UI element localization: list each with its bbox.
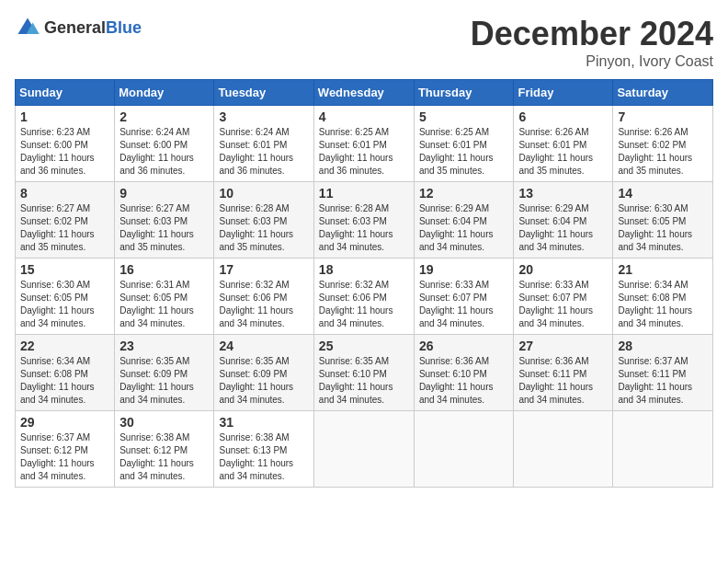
calendar-day-cell: 28 Sunrise: 6:37 AM Sunset: 6:11 PM Dayl… (613, 335, 713, 411)
day-number: 29 (20, 415, 109, 430)
calendar-day-cell: 16 Sunrise: 6:31 AM Sunset: 6:05 PM Dayl… (115, 259, 214, 335)
day-info: Sunrise: 6:38 AM Sunset: 6:13 PM Dayligh… (219, 431, 308, 483)
day-info: Sunrise: 6:32 AM Sunset: 6:06 PM Dayligh… (219, 279, 308, 330)
day-info: Sunrise: 6:35 AM Sunset: 6:09 PM Dayligh… (219, 355, 308, 407)
calendar-day-cell: 6 Sunrise: 6:26 AM Sunset: 6:01 PM Dayli… (514, 106, 613, 182)
calendar-day-cell: 3 Sunrise: 6:24 AM Sunset: 6:01 PM Dayli… (214, 106, 313, 182)
calendar-header-friday: Friday (514, 80, 613, 106)
calendar-week-row: 1 Sunrise: 6:23 AM Sunset: 6:00 PM Dayli… (16, 106, 713, 182)
calendar-day-cell: 29 Sunrise: 6:37 AM Sunset: 6:12 PM Dayl… (16, 411, 115, 488)
day-number: 6 (518, 109, 608, 124)
day-number: 18 (319, 262, 409, 277)
day-info: Sunrise: 6:36 AM Sunset: 6:10 PM Dayligh… (419, 355, 509, 407)
calendar-header-row: SundayMondayTuesdayWednesdayThursdayFrid… (16, 80, 713, 106)
day-number: 26 (419, 339, 509, 353)
day-info: Sunrise: 6:25 AM Sunset: 6:01 PM Dayligh… (419, 126, 509, 178)
day-number: 15 (20, 262, 109, 277)
day-number: 8 (20, 186, 109, 201)
day-info: Sunrise: 6:35 AM Sunset: 6:09 PM Dayligh… (119, 355, 209, 407)
calendar-day-cell: 12 Sunrise: 6:29 AM Sunset: 6:04 PM Dayl… (414, 182, 514, 259)
day-number: 3 (219, 109, 308, 124)
day-info: Sunrise: 6:37 AM Sunset: 6:11 PM Dayligh… (618, 355, 708, 407)
calendar-day-cell (514, 411, 613, 488)
logo: GeneralBlue (15, 15, 142, 40)
calendar-day-cell: 14 Sunrise: 6:30 AM Sunset: 6:05 PM Dayl… (613, 182, 713, 259)
day-info: Sunrise: 6:27 AM Sunset: 6:03 PM Dayligh… (119, 202, 209, 254)
day-info: Sunrise: 6:29 AM Sunset: 6:04 PM Dayligh… (419, 202, 509, 254)
day-number: 24 (219, 339, 308, 353)
day-info: Sunrise: 6:26 AM Sunset: 6:02 PM Dayligh… (618, 126, 708, 178)
day-info: Sunrise: 6:32 AM Sunset: 6:06 PM Dayligh… (319, 279, 409, 330)
day-number: 14 (618, 186, 708, 201)
day-number: 27 (518, 339, 608, 353)
calendar-day-cell: 18 Sunrise: 6:32 AM Sunset: 6:06 PM Dayl… (313, 259, 414, 335)
calendar-day-cell: 20 Sunrise: 6:33 AM Sunset: 6:07 PM Dayl… (514, 259, 613, 335)
calendar-week-row: 29 Sunrise: 6:37 AM Sunset: 6:12 PM Dayl… (16, 411, 713, 488)
calendar-day-cell: 17 Sunrise: 6:32 AM Sunset: 6:06 PM Dayl… (214, 259, 313, 335)
calendar-header-tuesday: Tuesday (214, 80, 313, 106)
calendar-day-cell: 19 Sunrise: 6:33 AM Sunset: 6:07 PM Dayl… (414, 259, 514, 335)
calendar-day-cell (313, 411, 414, 488)
calendar-day-cell: 7 Sunrise: 6:26 AM Sunset: 6:02 PM Dayli… (613, 106, 713, 182)
title-area: December 2024 Pinyon, Ivory Coast (471, 15, 713, 70)
calendar-day-cell: 23 Sunrise: 6:35 AM Sunset: 6:09 PM Dayl… (115, 335, 214, 411)
day-number: 22 (20, 339, 109, 353)
logo-icon (15, 15, 40, 40)
calendar-table: SundayMondayTuesdayWednesdayThursdayFrid… (15, 79, 713, 488)
day-info: Sunrise: 6:33 AM Sunset: 6:07 PM Dayligh… (419, 279, 509, 330)
calendar-day-cell: 2 Sunrise: 6:24 AM Sunset: 6:00 PM Dayli… (115, 106, 214, 182)
day-info: Sunrise: 6:28 AM Sunset: 6:03 PM Dayligh… (219, 202, 308, 254)
day-info: Sunrise: 6:34 AM Sunset: 6:08 PM Dayligh… (20, 355, 109, 407)
calendar-day-cell: 15 Sunrise: 6:30 AM Sunset: 6:05 PM Dayl… (16, 259, 115, 335)
calendar-day-cell: 30 Sunrise: 6:38 AM Sunset: 6:12 PM Dayl… (115, 411, 214, 488)
day-info: Sunrise: 6:23 AM Sunset: 6:00 PM Dayligh… (20, 126, 109, 178)
day-number: 10 (219, 186, 308, 201)
day-info: Sunrise: 6:33 AM Sunset: 6:07 PM Dayligh… (518, 279, 608, 330)
day-number: 13 (518, 186, 608, 201)
calendar-day-cell: 27 Sunrise: 6:36 AM Sunset: 6:11 PM Dayl… (514, 335, 613, 411)
day-number: 4 (319, 109, 409, 124)
logo-blue-text: Blue (106, 18, 142, 37)
day-number: 12 (419, 186, 509, 201)
calendar-header-saturday: Saturday (613, 80, 713, 106)
calendar-week-row: 8 Sunrise: 6:27 AM Sunset: 6:02 PM Dayli… (16, 182, 713, 259)
calendar-day-cell (414, 411, 514, 488)
day-number: 7 (618, 109, 708, 124)
calendar-day-cell: 8 Sunrise: 6:27 AM Sunset: 6:02 PM Dayli… (16, 182, 115, 259)
day-info: Sunrise: 6:24 AM Sunset: 6:00 PM Dayligh… (119, 126, 209, 178)
calendar-header-wednesday: Wednesday (313, 80, 414, 106)
day-number: 1 (20, 109, 109, 124)
day-info: Sunrise: 6:30 AM Sunset: 6:05 PM Dayligh… (20, 279, 109, 330)
day-info: Sunrise: 6:31 AM Sunset: 6:05 PM Dayligh… (119, 279, 209, 330)
day-info: Sunrise: 6:38 AM Sunset: 6:12 PM Dayligh… (119, 431, 209, 483)
calendar-day-cell: 26 Sunrise: 6:36 AM Sunset: 6:10 PM Dayl… (414, 335, 514, 411)
calendar-day-cell: 13 Sunrise: 6:29 AM Sunset: 6:04 PM Dayl… (514, 182, 613, 259)
day-info: Sunrise: 6:25 AM Sunset: 6:01 PM Dayligh… (319, 126, 409, 178)
day-number: 9 (119, 186, 209, 201)
day-number: 20 (518, 262, 608, 277)
calendar-week-row: 22 Sunrise: 6:34 AM Sunset: 6:08 PM Dayl… (16, 335, 713, 411)
month-title: December 2024 (471, 15, 713, 53)
day-info: Sunrise: 6:27 AM Sunset: 6:02 PM Dayligh… (20, 202, 109, 254)
day-info: Sunrise: 6:24 AM Sunset: 6:01 PM Dayligh… (219, 126, 308, 178)
day-info: Sunrise: 6:36 AM Sunset: 6:11 PM Dayligh… (518, 355, 608, 407)
calendar-day-cell: 21 Sunrise: 6:34 AM Sunset: 6:08 PM Dayl… (613, 259, 713, 335)
calendar-day-cell: 24 Sunrise: 6:35 AM Sunset: 6:09 PM Dayl… (214, 335, 313, 411)
day-number: 30 (119, 415, 209, 430)
day-info: Sunrise: 6:34 AM Sunset: 6:08 PM Dayligh… (618, 279, 708, 330)
calendar-day-cell: 10 Sunrise: 6:28 AM Sunset: 6:03 PM Dayl… (214, 182, 313, 259)
day-number: 17 (219, 262, 308, 277)
day-number: 25 (319, 339, 409, 353)
day-info: Sunrise: 6:28 AM Sunset: 6:03 PM Dayligh… (319, 202, 409, 254)
day-info: Sunrise: 6:37 AM Sunset: 6:12 PM Dayligh… (20, 431, 109, 483)
day-number: 21 (618, 262, 708, 277)
location-title: Pinyon, Ivory Coast (471, 53, 713, 70)
calendar-day-cell: 11 Sunrise: 6:28 AM Sunset: 6:03 PM Dayl… (313, 182, 414, 259)
day-number: 31 (219, 415, 308, 430)
calendar-header-sunday: Sunday (16, 80, 115, 106)
day-info: Sunrise: 6:35 AM Sunset: 6:10 PM Dayligh… (319, 355, 409, 407)
day-number: 2 (119, 109, 209, 124)
calendar-header-monday: Monday (115, 80, 214, 106)
day-number: 16 (119, 262, 209, 277)
calendar-day-cell: 4 Sunrise: 6:25 AM Sunset: 6:01 PM Dayli… (313, 106, 414, 182)
